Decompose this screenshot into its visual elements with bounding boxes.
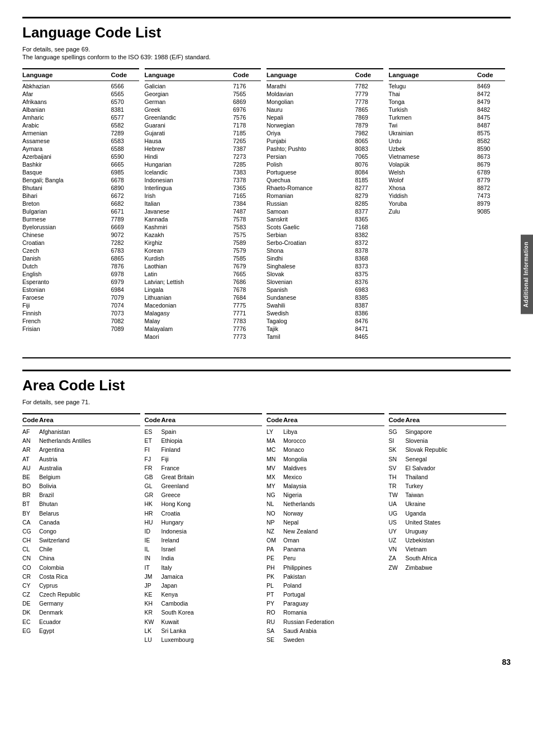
- area-code-value: KW: [145, 618, 161, 626]
- area-code-value: JM: [145, 573, 161, 580]
- area-row: FJFiji: [145, 455, 263, 464]
- lang-header-label: Language: [389, 72, 478, 78]
- area-code-value: SA: [266, 627, 283, 635]
- language-name: Yoruba: [389, 200, 478, 207]
- language-name: Dutch: [22, 263, 111, 270]
- language-row: Bihari6672: [22, 192, 139, 200]
- area-code-header: Code: [266, 417, 283, 423]
- area-name-value: Ukraine: [406, 500, 507, 508]
- language-name: English: [22, 271, 111, 277]
- language-row: Persian7065: [266, 153, 383, 160]
- area-row: BOBolivia: [22, 481, 140, 490]
- language-code: 6566: [111, 83, 139, 89]
- language-name: Malay: [145, 318, 234, 324]
- area-code-value: NO: [266, 509, 283, 517]
- language-code: 6582: [111, 122, 139, 129]
- area-row: ILIsrael: [145, 545, 263, 554]
- language-name: Guarani: [145, 122, 234, 129]
- area-name-value: Russian Federation: [283, 618, 384, 626]
- language-name: Bashkir: [22, 161, 111, 168]
- area-code-value: CR: [22, 573, 39, 580]
- area-code-value: KH: [145, 599, 161, 607]
- language-code: 8376: [355, 278, 383, 285]
- language-name: Lingala: [145, 286, 234, 293]
- area-name-value: Cambodia: [161, 599, 263, 607]
- area-code-value: UA: [389, 500, 406, 508]
- language-row: Thai8472: [389, 90, 506, 98]
- language-name: Assamese: [22, 138, 111, 144]
- area-code-value: TH: [389, 473, 406, 481]
- language-code: 8084: [355, 169, 383, 176]
- area-row: HRCroatia: [145, 509, 263, 518]
- language-code: 6869: [233, 98, 261, 105]
- language-code: 7178: [233, 122, 261, 129]
- language-code: 7579: [233, 247, 261, 254]
- language-name: Polish: [266, 161, 355, 168]
- language-code: 7082: [111, 318, 139, 324]
- area-code-value: PA: [266, 545, 283, 553]
- language-code: 6678: [111, 177, 139, 183]
- area-code-value: SI: [389, 437, 406, 445]
- code-header-label: Code: [355, 72, 383, 78]
- language-row: Faroese7079: [22, 294, 139, 301]
- language-code: 7583: [233, 224, 261, 230]
- area-code-value: VN: [389, 545, 406, 553]
- area-row: CGCongo: [22, 527, 140, 536]
- language-name: Kurdish: [145, 255, 234, 262]
- area-row: MCMonaco: [266, 445, 384, 454]
- language-col-1: LanguageCodeGalician7176Georgian7565Germ…: [145, 68, 267, 341]
- language-row: Guarani7178: [145, 121, 261, 129]
- language-name: Samoan: [266, 208, 355, 215]
- language-row: Greek6976: [145, 106, 261, 114]
- area-name-value: Turkey: [406, 482, 507, 490]
- area-name-value: Netherlands: [283, 500, 384, 508]
- area-code-value: OM: [266, 536, 283, 544]
- area-name-value: Norway: [283, 509, 384, 517]
- language-name: Greenlandic: [145, 114, 234, 121]
- language-name: Frisian: [22, 325, 111, 332]
- language-code: 7686: [233, 278, 261, 285]
- area-row: NGNigeria: [266, 490, 384, 499]
- language-col-header-0: LanguageCode: [22, 68, 139, 81]
- area-name-value: Austria: [39, 455, 140, 463]
- language-name: Croatian: [22, 239, 111, 246]
- language-code: 6565: [111, 91, 139, 97]
- language-name: Latvian; Lettish: [145, 278, 234, 285]
- language-code: 8487: [477, 122, 505, 129]
- language-row: Russian8285: [266, 200, 383, 207]
- language-code: 8083: [355, 145, 383, 152]
- area-row: ATAustria: [22, 455, 140, 464]
- language-code: 6583: [111, 138, 139, 144]
- language-name: Hebrew: [145, 145, 234, 152]
- area-area-header: Area: [283, 417, 384, 423]
- language-name: Albanian: [22, 106, 111, 113]
- area-area-header: Area: [406, 417, 507, 423]
- language-code: 6588: [111, 145, 139, 152]
- language-name: Malagasy: [145, 310, 234, 316]
- area-code-value: FI: [145, 446, 161, 453]
- language-row: Shona8378: [266, 247, 383, 254]
- language-row: Serbo-Croatian8372: [266, 239, 383, 247]
- language-name: Thai: [389, 91, 478, 97]
- language-row: Mongolian7778: [266, 98, 383, 106]
- area-row: DEGermany: [22, 599, 140, 608]
- area-row: RORomania: [266, 608, 384, 617]
- area-row: CNChina: [22, 554, 140, 563]
- language-row: Czech6783: [22, 247, 139, 254]
- area-code-value: NP: [266, 518, 283, 526]
- area-code-header: Code: [22, 417, 39, 423]
- language-row: Dutch7876: [22, 262, 139, 270]
- language-name: Romanian: [266, 192, 355, 199]
- language-code: 7378: [233, 177, 261, 183]
- area-code-value: JP: [145, 582, 161, 589]
- area-code-value: PH: [266, 564, 283, 571]
- language-row: Javanese7487: [145, 207, 261, 215]
- area-row: SASaudi Arabia: [266, 626, 384, 635]
- area-code-value: NG: [266, 491, 283, 499]
- language-row: Laothian7679: [145, 262, 261, 270]
- area-row: IEIreland: [145, 536, 263, 545]
- language-code: 7065: [355, 153, 383, 160]
- language-code: 6577: [111, 114, 139, 121]
- language-row: Arabic6582: [22, 121, 139, 129]
- area-code-value: ET: [145, 437, 161, 445]
